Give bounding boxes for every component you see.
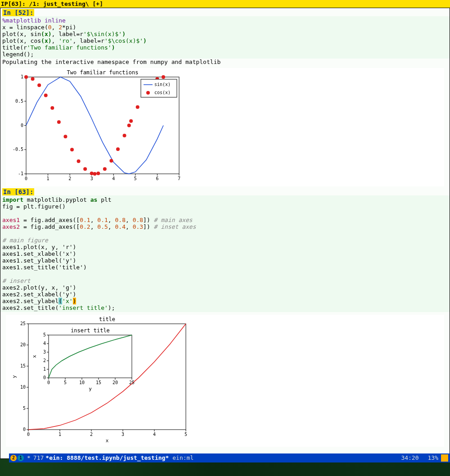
svg-text:0: 0 bbox=[23, 427, 26, 432]
code-line: x = linspace(0, 2*pi) bbox=[2, 24, 76, 31]
code-line: legend(); bbox=[2, 51, 34, 58]
svg-point-42 bbox=[116, 147, 120, 151]
window-indicator-1-icon: 2 bbox=[10, 455, 17, 461]
svg-text:4: 4 bbox=[112, 176, 115, 181]
chart-title-with-inset: 0123450510152025titlexy0510152025012345i… bbox=[6, 315, 444, 447]
svg-text:sin(x): sin(x) bbox=[154, 82, 171, 87]
svg-point-37 bbox=[90, 172, 94, 175]
output-text-1: Populating the interactive namespace fro… bbox=[0, 59, 450, 65]
svg-text:5: 5 bbox=[134, 176, 137, 181]
svg-text:-0.5: -0.5 bbox=[13, 147, 23, 152]
svg-text:0: 0 bbox=[25, 176, 27, 181]
svg-text:10: 10 bbox=[20, 385, 26, 390]
buffer-name: *ein: 8888/test.ipynb/just_testing* bbox=[45, 453, 169, 462]
modeline-block-icon bbox=[441, 454, 448, 462]
major-mode: ein:ml bbox=[172, 453, 194, 462]
svg-text:0: 0 bbox=[21, 123, 23, 128]
svg-point-32 bbox=[57, 120, 61, 124]
cursor-position: 34:20 bbox=[401, 453, 418, 462]
svg-text:4: 4 bbox=[153, 432, 156, 437]
svg-text:insert title: insert title bbox=[71, 327, 110, 334]
code-line: axes1.set_xlabel('x') bbox=[2, 250, 76, 257]
code-line: fig = plt.figure() bbox=[2, 203, 66, 210]
svg-text:0: 0 bbox=[43, 375, 46, 380]
scroll-percent: 13% bbox=[428, 453, 438, 462]
svg-text:15: 15 bbox=[20, 363, 26, 368]
svg-point-31 bbox=[50, 106, 54, 110]
window-indicator-2-icon: 1 bbox=[18, 455, 24, 461]
svg-point-41 bbox=[109, 159, 113, 163]
svg-point-46 bbox=[136, 105, 140, 109]
svg-text:-1: -1 bbox=[18, 171, 23, 176]
svg-text:cos(x): cos(x) bbox=[154, 90, 171, 95]
code-line: axes1.set_ylabel('y') bbox=[2, 257, 76, 264]
svg-text:3: 3 bbox=[43, 349, 46, 354]
svg-point-45 bbox=[129, 119, 133, 123]
code-line: axes1.plot(x, y, 'r') bbox=[2, 244, 76, 250]
svg-text:y: y bbox=[11, 375, 17, 378]
svg-text:5: 5 bbox=[184, 432, 187, 437]
svg-point-55 bbox=[146, 91, 150, 95]
svg-text:5: 5 bbox=[64, 380, 67, 385]
code-block-2[interactable]: import matplotlib.pyplot as plt fig = pl… bbox=[0, 195, 450, 312]
svg-point-38 bbox=[93, 172, 97, 176]
chart-two-familiar: 01234567-1-0.500.51Two familiar function… bbox=[6, 68, 444, 186]
code-line: plot(x, sin(x), label=r'$\sin(x)$') bbox=[2, 31, 126, 37]
svg-text:0: 0 bbox=[27, 432, 30, 437]
svg-text:20: 20 bbox=[112, 380, 118, 385]
svg-rect-57 bbox=[28, 324, 186, 430]
svg-point-28 bbox=[31, 77, 35, 81]
code-line: %matplotlib inline bbox=[2, 17, 66, 24]
svg-point-43 bbox=[123, 134, 126, 137]
code-line: plot(x, cos(x), 'ro', label=r'$\cos(x)$'… bbox=[2, 37, 147, 44]
svg-text:2: 2 bbox=[90, 432, 93, 437]
svg-text:x: x bbox=[32, 355, 37, 358]
svg-point-44 bbox=[127, 124, 131, 127]
code-line: axes2.set_xlabel('y') bbox=[2, 291, 76, 298]
line-number: 717 bbox=[33, 453, 44, 462]
svg-text:Two familiar functions: Two familiar functions bbox=[67, 69, 139, 76]
editor-area[interactable]: In [52]: %matplotlib inline x = linspace… bbox=[0, 8, 450, 459]
code-line: axes2 = fig.add_axes([0.2, 0.5, 0.4, 0.3… bbox=[2, 223, 196, 230]
svg-text:4: 4 bbox=[43, 341, 46, 346]
code-line: import matplotlib.pyplot as plt bbox=[2, 196, 112, 203]
cell-prompt-1: In [52]: bbox=[2, 9, 34, 16]
svg-text:7: 7 bbox=[178, 176, 180, 181]
cell-prompt-2: In [63]: bbox=[2, 188, 34, 195]
tab-bar[interactable]: IP[63]: /1: just_testing\ [+] bbox=[0, 0, 450, 8]
svg-text:1: 1 bbox=[43, 367, 46, 372]
svg-text:x: x bbox=[106, 438, 109, 444]
svg-text:2: 2 bbox=[43, 358, 46, 363]
modified-star: * bbox=[27, 453, 31, 462]
svg-point-39 bbox=[96, 172, 100, 175]
svg-point-30 bbox=[44, 94, 48, 97]
svg-point-29 bbox=[37, 83, 41, 87]
code-line: axes1.set_title('title') bbox=[2, 264, 87, 271]
svg-text:title: title bbox=[99, 316, 115, 322]
svg-text:3: 3 bbox=[122, 432, 124, 437]
svg-point-34 bbox=[70, 148, 74, 151]
svg-rect-85 bbox=[49, 335, 132, 378]
svg-text:25: 25 bbox=[129, 380, 135, 385]
svg-text:6: 6 bbox=[156, 176, 158, 181]
svg-point-40 bbox=[103, 167, 107, 171]
code-line: title(r'Two familiar functions') bbox=[2, 44, 115, 51]
svg-point-50 bbox=[162, 75, 165, 79]
svg-text:25: 25 bbox=[20, 321, 26, 326]
svg-point-27 bbox=[24, 75, 28, 79]
svg-text:0: 0 bbox=[47, 380, 50, 385]
svg-point-35 bbox=[77, 159, 81, 163]
svg-text:1: 1 bbox=[47, 176, 50, 181]
code-line: # main figure bbox=[2, 237, 48, 244]
modeline: 2 1 * 717 *ein: 8888/test.ipynb/just_tes… bbox=[9, 453, 450, 462]
code-line: axes2.set_ylabel('x') bbox=[2, 298, 76, 304]
svg-point-36 bbox=[83, 167, 87, 171]
code-line: axes1 = fig.add_axes([0.1, 0.1, 0.8, 0.8… bbox=[2, 217, 193, 223]
svg-text:y: y bbox=[89, 386, 92, 392]
code-line: axes2.set_title('insert title'); bbox=[2, 304, 115, 311]
svg-point-33 bbox=[63, 135, 67, 138]
svg-text:5: 5 bbox=[43, 332, 46, 337]
code-block-1[interactable]: %matplotlib inline x = linspace(0, 2*pi)… bbox=[0, 16, 450, 59]
svg-text:0.5: 0.5 bbox=[15, 99, 23, 104]
svg-text:1: 1 bbox=[58, 432, 61, 437]
